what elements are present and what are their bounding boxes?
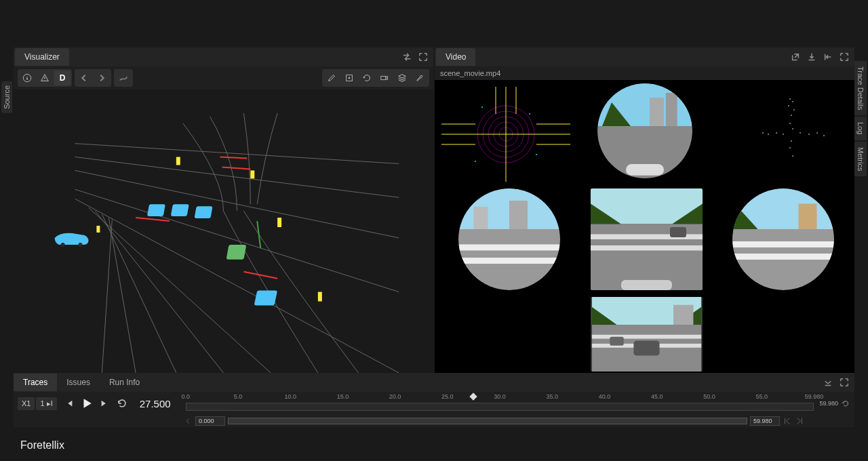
info-icon[interactable] [19,71,35,85]
layers-icon[interactable] [394,71,410,85]
replay-button[interactable] [115,397,129,410]
svg-rect-85 [591,245,703,251]
pencil-icon[interactable] [323,71,340,85]
svg-point-47 [475,161,476,162]
svg-rect-91 [799,204,817,230]
svg-rect-30 [226,245,247,260]
ruler-tick: 25.0 [441,393,454,400]
svg-line-4 [75,144,399,164]
svg-line-12 [108,218,136,373]
svg-rect-25 [171,204,189,216]
loop-icon[interactable] [841,399,850,408]
tab-run-info[interactable]: Run Info [100,374,149,391]
sidebar-tab-trace-details[interactable]: Trace Details [854,61,867,115]
camera-rear [591,297,703,372]
svg-rect-93 [732,241,834,247]
svg-point-2 [349,77,351,79]
ruler-tick: 20.0 [389,393,401,400]
svg-point-67 [808,134,810,135]
lidar-topdown-view [441,87,570,182]
frame-step-button[interactable]: 1 ▸I [36,397,56,410]
target-icon[interactable] [341,71,357,85]
svg-line-10 [95,211,223,373]
svg-point-59 [791,115,792,116]
ruler-tick: 35.0 [547,393,559,400]
video-grid[interactable] [435,80,854,373]
route-icon[interactable] [115,71,132,85]
playback-speed-button[interactable]: X1 [18,397,35,410]
svg-line-14 [220,157,248,159]
popout-icon[interactable] [791,52,800,62]
svg-rect-51 [650,98,664,126]
svg-rect-94 [732,254,834,260]
svg-point-58 [793,109,795,111]
svg-point-56 [792,101,793,102]
expand-icon[interactable] [418,52,428,62]
camera-center-wide [591,188,703,290]
wrench-icon[interactable] [412,71,428,85]
rotate-icon[interactable] [359,71,375,85]
video-panel: Video scene_movie.mp4 [435,47,854,373]
collapse-icon[interactable] [823,378,833,387]
range-start-input[interactable] [195,416,225,426]
svg-point-60 [789,123,791,124]
expand-icon[interactable] [840,52,849,62]
svg-line-8 [75,199,399,373]
sidebar-tab-metrics[interactable]: Metrics [854,142,867,176]
svg-point-72 [792,155,793,157]
timeline-scrubber[interactable]: 0.05.010.015.020.025.030.035.040.045.050… [186,393,814,414]
svg-point-45 [529,113,530,115]
brand-footer: Foretellix [0,427,868,461]
visualizer-tab[interactable]: Visualizer [15,48,69,66]
svg-line-9 [88,207,271,373]
range-start-decrement-icon[interactable] [183,416,193,426]
svg-line-11 [102,214,176,373]
range-end-input[interactable] [750,416,780,426]
arrow-left-icon[interactable] [76,71,92,85]
mode-d-button[interactable]: D [54,71,71,85]
svg-rect-3 [381,76,386,79]
svg-line-18 [243,272,277,279]
ruler-tick: 15.0 [337,393,349,400]
step-forward-button[interactable] [98,397,111,410]
svg-rect-102 [633,341,659,356]
step-back-button[interactable] [62,397,76,410]
range-jump-end-icon[interactable] [795,416,804,426]
svg-point-63 [768,134,769,135]
svg-rect-24 [147,204,165,216]
arrow-right-icon[interactable] [94,71,110,85]
camera-icon[interactable] [376,71,393,85]
svg-line-17 [257,221,260,248]
range-jump-start-icon[interactable] [783,416,792,426]
step-in-icon[interactable] [823,52,833,62]
svg-rect-99 [673,305,693,325]
ruler-tick: 5.0 [234,393,243,400]
svg-line-15 [222,167,251,169]
camera-right-fisheye [732,188,834,290]
sidebar-tab-source[interactable]: Source [1,81,12,113]
svg-point-44 [481,106,483,108]
camera-left-fisheye [458,188,560,290]
video-tab[interactable]: Video [436,48,475,66]
svg-rect-103 [610,337,624,346]
svg-rect-87 [621,280,672,290]
ruler-tick: 10.0 [284,393,296,400]
tab-issues[interactable]: Issues [57,374,100,391]
visualizer-viewport[interactable] [14,89,433,373]
svg-rect-54 [626,164,664,176]
ruler-tick: 40.0 [599,393,611,400]
download-icon[interactable] [807,52,816,62]
svg-point-69 [823,135,825,136]
visualizer-panel: Visualizer D [14,47,433,373]
svg-point-71 [789,147,791,148]
range-end-label: 59.980 [819,400,838,407]
play-button[interactable] [80,397,94,410]
warning-icon[interactable] [37,71,53,85]
tab-traces[interactable]: Traces [14,374,57,391]
expand-icon[interactable] [840,378,849,387]
svg-point-28 [61,243,65,247]
range-bar[interactable] [228,418,747,424]
swap-icon[interactable] [402,52,412,62]
svg-rect-21 [277,218,281,227]
sidebar-tab-log[interactable]: Log [854,117,867,140]
